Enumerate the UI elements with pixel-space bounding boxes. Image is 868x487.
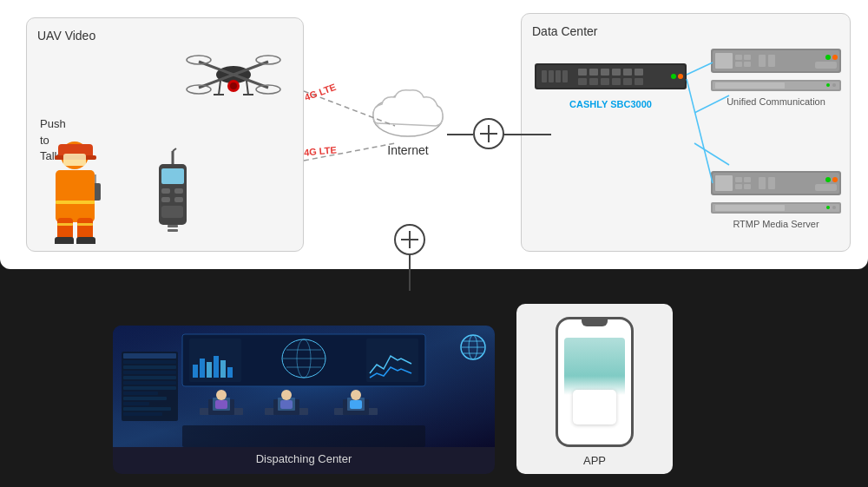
svg-rect-100	[759, 177, 766, 189]
svg-rect-79	[735, 55, 742, 60]
svg-rect-132	[215, 400, 227, 409]
crosshair-bottom	[394, 224, 425, 255]
svg-rect-75	[635, 78, 643, 85]
svg-point-131	[216, 390, 227, 400]
svg-line-19	[247, 81, 248, 95]
svg-rect-72	[601, 78, 609, 85]
svg-point-17	[230, 82, 237, 89]
svg-rect-62	[578, 69, 587, 76]
svg-rect-82	[744, 62, 751, 67]
svg-rect-123	[207, 362, 212, 378]
svg-rect-66	[623, 69, 632, 76]
radio-icon	[148, 147, 196, 242]
sbc-rack-icon	[535, 62, 687, 92]
server-rack-2-icon	[711, 171, 841, 197]
internet-label: Internet	[387, 143, 428, 157]
svg-rect-104	[815, 184, 837, 191]
svg-rect-70	[578, 78, 587, 85]
svg-rect-38	[161, 168, 184, 184]
bottom-section: Dispatching Center APP	[113, 304, 755, 474]
dispatching-box: Dispatching Center	[113, 326, 495, 474]
svg-rect-154	[123, 407, 171, 411]
svg-rect-124	[214, 356, 219, 378]
svg-rect-63	[589, 69, 598, 76]
svg-rect-96	[735, 177, 742, 182]
svg-rect-67	[635, 69, 643, 76]
server-rack-2b-icon	[711, 202, 841, 215]
svg-rect-74	[623, 78, 632, 85]
svg-rect-98	[735, 184, 742, 189]
svg-rect-150	[123, 386, 176, 390]
svg-line-110	[687, 63, 713, 75]
svg-line-18	[219, 81, 220, 95]
svg-rect-152	[123, 397, 167, 400]
svg-rect-87	[815, 62, 837, 69]
dispatching-image	[113, 326, 495, 447]
unified-comm-label: Unified Communication	[711, 96, 841, 107]
svg-rect-149	[123, 381, 176, 385]
svg-point-85	[825, 55, 831, 60]
svg-rect-146	[123, 365, 176, 369]
svg-rect-161	[182, 425, 425, 447]
phone-card	[573, 390, 616, 424]
svg-point-92	[832, 83, 836, 87]
svg-rect-122	[200, 359, 205, 378]
svg-rect-80	[744, 55, 751, 60]
svg-rect-42	[174, 188, 183, 194]
svg-point-141	[351, 390, 361, 400]
svg-rect-34	[56, 201, 95, 204]
unified-comm-server: Unified Communication	[711, 49, 841, 107]
sbc-label: CASHLY SBC3000	[535, 99, 687, 109]
svg-rect-83	[759, 55, 766, 67]
phone-notch	[582, 319, 608, 326]
server-rack-1-icon	[711, 49, 841, 75]
app-box: APP	[516, 304, 673, 474]
phone-mockup	[556, 317, 634, 447]
svg-rect-44	[174, 197, 183, 202]
svg-rect-29	[55, 237, 74, 244]
svg-rect-71	[589, 78, 598, 85]
svg-rect-101	[768, 177, 775, 189]
svg-rect-99	[744, 184, 751, 189]
svg-rect-45	[161, 206, 183, 218]
uav-box: UAV Video Push to Talk	[26, 17, 304, 252]
main-container: UAV Video Push to Talk	[0, 0, 868, 487]
svg-rect-125	[220, 360, 226, 378]
svg-rect-84	[768, 55, 775, 67]
svg-rect-41	[161, 188, 170, 194]
firefighter-icon	[43, 131, 108, 244]
svg-rect-121	[193, 365, 198, 378]
svg-rect-43	[161, 197, 170, 202]
app-label: APP	[583, 454, 606, 467]
svg-rect-148	[123, 376, 176, 379]
svg-point-136	[281, 390, 292, 400]
svg-line-111	[687, 79, 713, 183]
rtmp-server: RTMP Media Server	[711, 171, 841, 229]
svg-rect-147	[123, 371, 176, 374]
svg-rect-95	[715, 175, 733, 191]
svg-rect-35	[57, 223, 73, 226]
svg-rect-90	[715, 82, 785, 89]
rtmp-server-label: RTMP Media Server	[711, 219, 841, 229]
svg-rect-78	[715, 53, 733, 69]
svg-line-40	[173, 148, 176, 151]
svg-rect-47	[168, 229, 178, 232]
svg-point-69	[678, 74, 683, 79]
svg-point-68	[671, 74, 676, 79]
sbc-device: CASHLY SBC3000	[535, 62, 687, 109]
cloud-icon	[365, 78, 451, 139]
drone-icon	[177, 36, 290, 105]
svg-rect-142	[350, 400, 362, 409]
svg-rect-155	[123, 412, 162, 416]
svg-rect-145	[123, 360, 176, 364]
svg-rect-26	[63, 154, 86, 166]
svg-point-108	[826, 206, 830, 209]
svg-point-103	[832, 177, 838, 182]
svg-rect-81	[735, 62, 742, 67]
dispatching-scene-icon	[113, 326, 495, 447]
svg-rect-97	[744, 177, 751, 182]
svg-rect-64	[601, 69, 609, 76]
svg-rect-153	[123, 402, 149, 405]
svg-rect-107	[715, 205, 785, 211]
server-rack-1b-icon	[711, 80, 841, 93]
